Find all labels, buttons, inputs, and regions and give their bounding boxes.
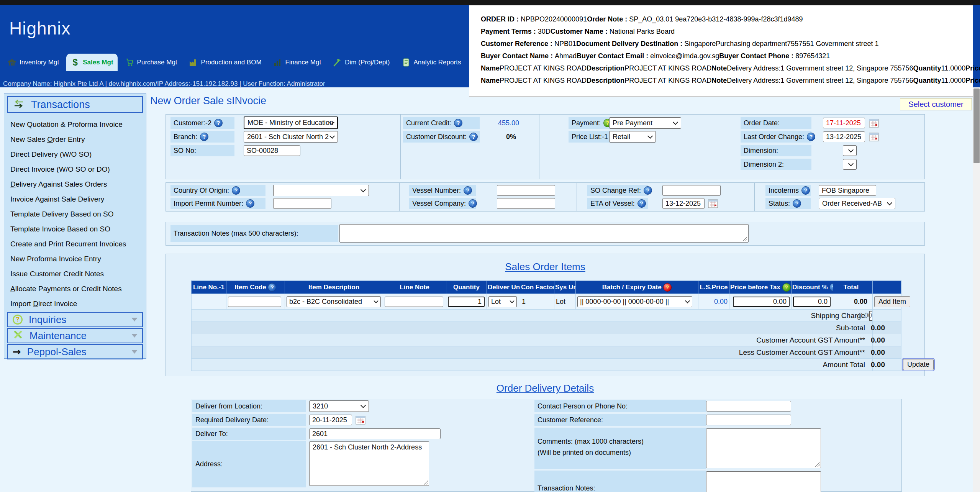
help-icon[interactable] bbox=[793, 199, 801, 208]
batch-expiry-select[interactable]: || 0000-00-00 || 0000-00-00 || bbox=[577, 296, 692, 307]
help-icon[interactable] bbox=[807, 133, 815, 141]
incoterms-input[interactable]: FOB Singapore bbox=[819, 185, 876, 196]
shipping-charge-row: Shipping Charge 0.00 bbox=[192, 310, 901, 322]
tab-label: Finance Mgt bbox=[285, 59, 321, 66]
branch-select[interactable]: 2601 - Sch Cluster North 2 bbox=[244, 131, 338, 143]
calendar-icon[interactable] bbox=[708, 199, 718, 210]
payment-select[interactable]: Pre Payment bbox=[609, 117, 681, 129]
sidebar-item-new-quotation[interactable]: New Quotation & Proforma Invoice bbox=[4, 117, 146, 132]
tab-sales-mgt[interactable]: Sales Mgt bbox=[66, 54, 117, 71]
sidebar-item-template-invoice[interactable]: Template Invoice Based on SO bbox=[4, 221, 146, 236]
item-code-input[interactable] bbox=[228, 297, 281, 307]
help-icon[interactable] bbox=[637, 199, 646, 208]
tab-dim-proj-dept[interactable]: Dim (Proj/Dept) bbox=[328, 54, 394, 71]
help-icon[interactable] bbox=[469, 199, 477, 208]
deliver-to-input[interactable]: 2601 bbox=[309, 428, 441, 439]
scrollbar-thumb[interactable] bbox=[973, 89, 980, 163]
sidebar-item-template-delivery[interactable]: Template Delivery Based on SO bbox=[4, 207, 146, 221]
customer-reference-input[interactable] bbox=[706, 415, 791, 425]
tab-production-bom[interactable]: Production and BOM bbox=[185, 54, 266, 71]
dimension-select[interactable] bbox=[843, 145, 857, 156]
calendar-icon[interactable] bbox=[869, 132, 879, 143]
deliver-unit-select[interactable]: Lot bbox=[488, 296, 517, 307]
quantity-input[interactable]: 1 bbox=[448, 297, 485, 307]
help-icon[interactable] bbox=[644, 186, 652, 195]
chevron-down-icon bbox=[131, 334, 138, 338]
sidebar-item-recurrent-invoices[interactable]: Create and Print Recurrent Invoices bbox=[4, 236, 146, 251]
help-icon[interactable] bbox=[801, 186, 810, 195]
help-icon[interactable] bbox=[232, 186, 240, 195]
resize-handle-icon[interactable] bbox=[815, 462, 820, 467]
so-no-input[interactable]: SO-00028 bbox=[244, 145, 300, 156]
sidebar-item-direct-invoice[interactable]: Direct Invoice (W/O SO or DO) bbox=[4, 162, 146, 177]
help-icon[interactable] bbox=[469, 133, 478, 141]
price-before-tax-input[interactable]: 0.00 bbox=[733, 297, 790, 307]
tab-analytic-reports[interactable]: Analytic Reports bbox=[397, 54, 465, 71]
line-note-input[interactable] bbox=[385, 297, 443, 307]
contact-person-input[interactable] bbox=[706, 401, 791, 412]
price-list-select[interactable]: Retail bbox=[609, 131, 656, 143]
sidebar-section-maintenance[interactable]: Maintenance bbox=[7, 328, 143, 343]
eta-of-vessel-input[interactable]: 13-12-2025 bbox=[662, 198, 705, 209]
sidebar-item-invoice-against-delivery[interactable]: Invoice Against Sale Delivery bbox=[4, 192, 146, 207]
sales-order-items-title[interactable]: Sales Order Items bbox=[166, 261, 924, 273]
tab-finance-mgt[interactable]: Finance Mgt bbox=[269, 54, 326, 71]
comments-textarea[interactable] bbox=[706, 428, 821, 468]
update-button[interactable]: Update bbox=[903, 359, 934, 370]
add-item-button[interactable]: Add Item bbox=[874, 296, 910, 307]
dimension2-select[interactable] bbox=[843, 159, 857, 170]
help-icon[interactable] bbox=[464, 186, 472, 195]
sidebar-section-transactions[interactable]: Transactions bbox=[7, 96, 143, 113]
order-delivery-details-title[interactable]: Order Delivery Details bbox=[166, 382, 925, 394]
order-date-input[interactable]: 17-11-2025 bbox=[823, 118, 865, 128]
sidebar-item-credit-notes[interactable]: Issue Customer Credit Notes bbox=[4, 266, 146, 281]
sidebar-section-peppol-sales[interactable]: Peppol-Sales bbox=[7, 344, 143, 359]
chevron-down-icon bbox=[887, 200, 892, 205]
help-icon[interactable] bbox=[268, 283, 276, 292]
help-icon[interactable] bbox=[246, 199, 254, 208]
sidebar-item-direct-delivery[interactable]: Direct Delivery (W/O SO) bbox=[4, 147, 146, 162]
sidebar-item-import-direct-invoice[interactable]: Import Direct Invoice bbox=[4, 296, 146, 311]
discount-input[interactable]: 0.0 bbox=[793, 297, 831, 307]
sales-order-items-table: Line No.-1 Item Code Item Description Li… bbox=[191, 280, 901, 371]
help-icon[interactable] bbox=[782, 283, 791, 292]
required-delivery-date-input[interactable]: 20-11-2025 bbox=[309, 415, 352, 425]
country-of-origin-label: Country Of Origin: bbox=[170, 185, 265, 196]
help-icon[interactable] bbox=[214, 119, 223, 127]
col-price-before-tax: Price before Tax bbox=[729, 281, 792, 294]
col-spacer bbox=[869, 281, 873, 294]
customer-discount-label: Customer Discount: bbox=[403, 131, 480, 143]
vessel-company-input[interactable] bbox=[497, 198, 555, 209]
help-icon[interactable] bbox=[454, 119, 462, 127]
import-permit-input[interactable] bbox=[273, 198, 331, 209]
sidebar-item-delivery-against-so[interactable]: Delivery Against Sales Orders bbox=[4, 177, 146, 192]
sidebar-item-new-sales-order[interactable]: New Sales Order Entry bbox=[4, 132, 146, 147]
help-icon[interactable] bbox=[829, 283, 833, 292]
transaction-notes-textarea[interactable] bbox=[339, 224, 749, 243]
so-change-ref-input[interactable] bbox=[662, 185, 721, 196]
select-customer-button[interactable]: Select customer bbox=[900, 98, 972, 110]
deliver-from-select[interactable]: 3210 bbox=[309, 400, 369, 412]
customer-select[interactable]: MOE - Ministry of Education bbox=[244, 116, 338, 129]
tab-purchase-mgt[interactable]: Purchase Mgt bbox=[121, 54, 182, 71]
sidebar-item-allocate-payments[interactable]: Allocate Payments or Credit Notes bbox=[4, 281, 146, 296]
help-icon[interactable] bbox=[663, 283, 672, 292]
address-textarea[interactable]: 2601 - Sch Cluster North 2-Address bbox=[309, 441, 429, 486]
sidebar-section-inquiries[interactable]: Inquiries bbox=[7, 312, 143, 327]
import-permit-label: Import Permit Number: bbox=[170, 198, 265, 209]
col-ls-price: L.S.Price bbox=[698, 281, 729, 294]
country-of-origin-select[interactable] bbox=[273, 185, 369, 196]
status-select[interactable]: Order Received-AB bbox=[819, 198, 895, 209]
calendar-icon[interactable] bbox=[869, 118, 879, 129]
resize-handle-icon[interactable] bbox=[424, 481, 428, 485]
item-entry-row: b2c - B2C Consolidated 1 Lot 1 Lot || 00… bbox=[192, 294, 901, 310]
vessel-number-input[interactable] bbox=[497, 185, 555, 196]
sidebar-item-new-proforma[interactable]: New Proforma Invoice Entry bbox=[4, 251, 146, 266]
help-icon[interactable] bbox=[200, 133, 208, 141]
item-description-select[interactable]: b2c - B2C Consolidated bbox=[287, 296, 381, 307]
calendar-icon[interactable] bbox=[356, 415, 365, 426]
tab-inventory-mgt[interactable]: Inventory Mgt bbox=[3, 54, 63, 71]
resize-handle-icon[interactable] bbox=[743, 237, 747, 241]
transaction-notes-bottom-textarea[interactable] bbox=[706, 471, 821, 492]
last-order-change-input[interactable]: 13-12-2025 bbox=[823, 131, 865, 142]
